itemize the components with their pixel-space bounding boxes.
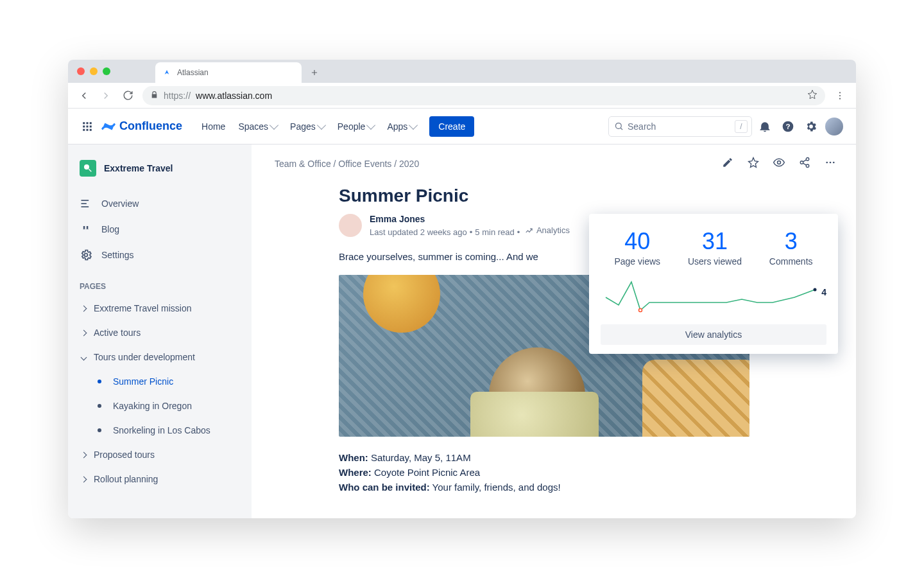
breadcrumb-item[interactable]: Team & Office	[275, 159, 331, 169]
confluence-icon	[101, 119, 116, 134]
who-value: Your family, friends, and dogs!	[430, 482, 561, 493]
browser-forward-button[interactable]	[96, 86, 116, 105]
svg-point-0	[839, 92, 841, 93]
chevron-down-icon[interactable]	[80, 353, 87, 361]
tree-item-active-tours[interactable]: Active tours	[80, 320, 245, 345]
window-minimize-icon[interactable]	[90, 67, 98, 75]
sidebar-item-settings[interactable]: Settings	[80, 242, 245, 268]
browser-back-button[interactable]	[74, 86, 94, 105]
product-name: Confluence	[119, 119, 182, 133]
svg-point-22	[800, 161, 803, 164]
svg-rect-7	[87, 125, 89, 127]
browser-tab[interactable]: Atlassian	[155, 62, 302, 83]
svg-point-20	[778, 161, 781, 164]
tree-item-proposed[interactable]: Proposed tours	[80, 442, 245, 467]
atlassian-icon	[162, 67, 172, 78]
nav-apps[interactable]: Apps	[382, 118, 422, 136]
chevron-down-icon	[366, 120, 375, 129]
space-name: Exxtreme Travel	[104, 163, 173, 173]
chevron-right-icon[interactable]	[80, 329, 87, 337]
nav-home[interactable]: Home	[196, 118, 230, 136]
share-button[interactable]	[797, 155, 812, 170]
create-button[interactable]: Create	[429, 116, 474, 137]
tree-item-summer-picnic[interactable]: Summer Picnic	[80, 369, 245, 394]
profile-button[interactable]	[824, 116, 844, 137]
tree-item-rollout[interactable]: Rollout planning	[80, 467, 245, 491]
nav-spaces[interactable]: Spaces	[233, 118, 282, 136]
bullet-icon	[98, 404, 101, 408]
url-host: www.atlassian.com	[196, 91, 272, 101]
bookmark-icon[interactable]	[807, 89, 817, 101]
search-input[interactable]: Search /	[608, 116, 752, 137]
app-switcher-button[interactable]	[80, 119, 95, 134]
analytics-popover: 40 Page views 31 Users viewed 3 Comments…	[589, 214, 838, 354]
avatar-icon	[825, 118, 843, 136]
chevron-down-icon	[409, 120, 418, 129]
edit-button[interactable]	[720, 155, 735, 170]
chevron-down-icon	[270, 120, 278, 129]
svg-rect-8	[90, 125, 92, 127]
svg-rect-17	[81, 203, 87, 204]
author-avatar[interactable]	[339, 214, 362, 237]
analytics-sparkline: 4	[601, 278, 826, 317]
new-tab-button[interactable]	[305, 64, 323, 82]
svg-point-26	[833, 162, 835, 164]
settings-button[interactable]	[801, 116, 821, 137]
notifications-button[interactable]	[755, 116, 775, 137]
svg-point-21	[806, 158, 809, 161]
breadcrumb-item[interactable]: Office Events	[338, 159, 391, 169]
view-analytics-button[interactable]: View analytics	[601, 324, 826, 345]
breadcrumb-item[interactable]: 2020	[399, 159, 419, 169]
window-close-icon[interactable]	[77, 67, 85, 75]
sidebar-item-overview[interactable]: Overview	[80, 191, 245, 216]
bullet-icon	[98, 428, 101, 432]
chevron-down-icon	[317, 120, 326, 129]
svg-point-24	[826, 162, 828, 164]
chevron-right-icon[interactable]	[80, 451, 87, 459]
help-button[interactable]: ?	[778, 116, 798, 137]
author-name[interactable]: Emma Jones	[370, 214, 570, 224]
nav-people[interactable]: People	[332, 118, 380, 136]
more-actions-button[interactable]	[823, 155, 838, 170]
watch-button[interactable]	[771, 155, 787, 170]
space-header[interactable]: Exxtreme Travel	[80, 160, 245, 177]
star-button[interactable]	[746, 155, 761, 170]
svg-rect-11	[90, 128, 92, 130]
nav-pages[interactable]: Pages	[285, 118, 330, 136]
page-tree: Exxtreme Travel mission Active tours Tou…	[80, 296, 245, 491]
where-value: Coyote Point Picnic Area	[372, 467, 480, 478]
tree-item-kayaking[interactable]: Kayaking in Oregon	[80, 394, 245, 418]
tree-item-tours-dev[interactable]: Tours under development	[80, 345, 245, 369]
confluence-logo[interactable]: Confluence	[101, 119, 182, 134]
sidebar: Exxtreme Travel Overview Blog Settings P…	[68, 144, 252, 518]
svg-point-23	[806, 164, 809, 168]
svg-point-1	[839, 94, 841, 96]
stat-page-views: 40 Page views	[614, 228, 660, 267]
app-header: Confluence Home Spaces Pages People Apps…	[68, 109, 856, 144]
browser-reload-button[interactable]	[118, 86, 137, 105]
sparkline-chart	[601, 278, 826, 317]
page-meta: Last updated 2 weeks ago•5 min read• Ana…	[370, 225, 570, 237]
tree-item-mission[interactable]: Exxtreme Travel mission	[80, 296, 245, 320]
url-protocol: https://	[164, 91, 191, 101]
who-label: Who can be invited:	[339, 482, 430, 493]
sidebar-item-blog[interactable]: Blog	[80, 216, 245, 242]
analytics-link[interactable]: Analytics	[525, 225, 570, 235]
tree-item-snorkeling[interactable]: Snorkeling in Los Cabos	[80, 418, 245, 442]
browser-tabstrip: Atlassian	[68, 60, 856, 83]
svg-rect-3	[83, 122, 85, 124]
window-maximize-icon[interactable]	[103, 67, 110, 75]
gear-icon	[80, 249, 92, 261]
search-icon	[614, 121, 624, 131]
page-details: When: Saturday, May 5, 11AM Where: Coyot…	[339, 452, 749, 493]
chevron-right-icon[interactable]	[80, 475, 87, 483]
browser-window: Atlassian https://www.atlassian.com Conf…	[68, 60, 856, 518]
page-title: Summer Picnic	[339, 186, 749, 206]
page-actions	[720, 155, 838, 170]
svg-rect-4	[87, 122, 89, 124]
chevron-right-icon[interactable]	[80, 304, 87, 312]
svg-point-15	[84, 164, 89, 170]
svg-rect-6	[83, 125, 85, 127]
browser-urlbar[interactable]: https://www.atlassian.com	[142, 86, 825, 105]
browser-menu-button[interactable]	[830, 91, 850, 101]
